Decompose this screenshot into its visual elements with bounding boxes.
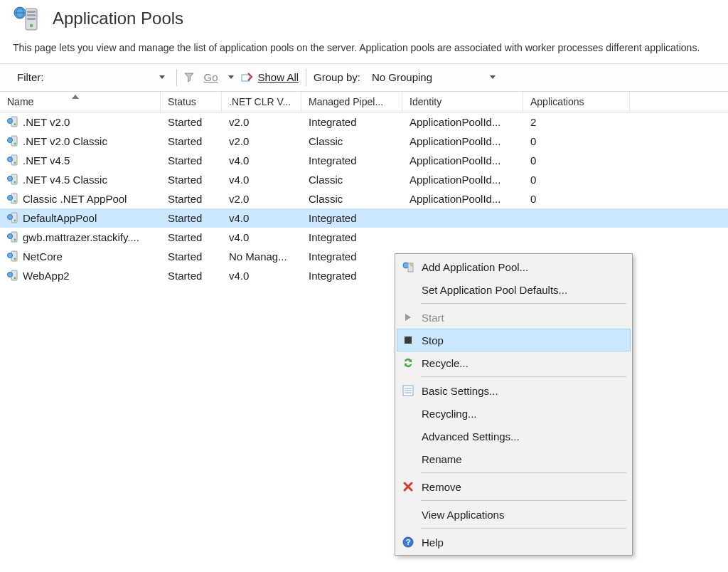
toolbar-separator [306,69,306,86]
svg-point-25 [8,215,13,220]
cell-clr: v4.0 [222,153,301,168]
menu-item[interactable]: Rename [397,447,631,470]
col-header-clr[interactable]: .NET CLR V... [222,92,301,112]
menu-item[interactable]: Remove [397,475,631,498]
cell-clr: v2.0 [222,134,301,149]
app-pool-icon [7,174,18,185]
group-by-label: Group by: [314,71,360,83]
table-row[interactable]: .NET v4.5 ClassicStartedv4.0ClassicAppli… [0,170,728,189]
cell-status: Started [161,230,222,245]
cell-pipeline: Classic [301,172,402,187]
stop-icon [402,334,414,346]
cell-applications: 0 [523,153,630,168]
cell-identity: ApplicationPoolId... [402,134,523,149]
grouping-select[interactable]: No Grouping [369,70,483,85]
cell-name: WebApp2 [23,270,70,282]
cell-applications: 0 [523,172,630,187]
cell-identity [402,235,523,238]
col-header-name[interactable]: Name [0,92,161,112]
funnel-icon [184,72,196,83]
menu-item[interactable]: Set Application Pool Defaults... [397,278,631,301]
menu-item[interactable]: Advanced Settings... [397,425,631,447]
toolbar-separator [176,69,177,86]
menu-item-label: Stop [422,334,444,346]
cell-pipeline: Integrated [301,153,402,168]
page-title: Application Pools [53,9,183,28]
cell-clr: v2.0 [222,191,301,206]
menu-item[interactable]: Recycling... [397,402,631,425]
grouping-dropdown-icon[interactable] [490,75,496,79]
menu-item[interactable]: Stop [397,329,631,351]
svg-point-11 [14,124,16,126]
blank-icon [402,452,414,465]
svg-point-7 [30,24,33,27]
cell-name: .NET v4.5 [23,154,70,166]
cell-name: NetCore [23,250,63,263]
svg-point-17 [14,162,16,164]
filter-input[interactable] [53,69,152,86]
svg-point-31 [8,253,13,258]
cell-name: .NET v4.5 Classic [23,174,107,186]
svg-point-19 [8,176,13,181]
table-row[interactable]: Classic .NET AppPoolStartedv2.0ClassicAp… [0,189,728,208]
menu-item[interactable]: ?Help [397,531,631,554]
menu-item[interactable]: View Applications [397,503,631,526]
menu-separator [421,303,626,304]
cell-status: Started [161,115,222,129]
filter-label: Filter: [17,71,44,83]
menu-item-label: Help [422,536,444,549]
app-pool-icon [7,135,18,147]
menu-item[interactable]: Basic Settings... [397,379,631,402]
menu-item-label: Rename [422,453,462,465]
table-row[interactable]: .NET v4.5Startedv4.0IntegratedApplicatio… [0,151,728,170]
col-header-applications[interactable]: Applications [523,92,630,112]
cell-status: Started [161,268,222,283]
col-header-pipeline[interactable]: Managed Pipel... [301,92,402,112]
add-pool-icon [402,260,414,273]
table-row[interactable]: .NET v2.0Startedv2.0IntegratedApplicatio… [0,112,728,132]
cell-clr: v4.0 [222,172,301,187]
menu-item-label: Start [422,312,444,324]
show-all-button[interactable]: Show All [258,71,299,83]
app-pool-icon [7,231,18,243]
col-header-status[interactable]: Status [161,92,222,112]
menu-item[interactable]: Add Application Pool... [397,255,631,278]
menu-item-label: Remove [422,481,461,493]
menu-item[interactable]: Recycle... [397,351,631,374]
app-pool-icon [7,270,18,281]
svg-point-23 [14,201,16,203]
cell-status: Started [161,249,222,264]
page-header: Application Pools [0,0,728,38]
cell-identity: ApplicationPoolId... [402,115,523,129]
svg-point-20 [14,181,16,184]
filter-dropdown-icon[interactable] [159,75,165,79]
cell-pipeline: Classic [301,134,402,149]
cell-clr: No Manag... [222,249,301,264]
table-row[interactable]: gwb.mattrazer.stackify....Startedv4.0Int… [0,228,728,247]
table-row[interactable]: DefaultAppPoolStartedv4.0Integrated [0,208,728,228]
blank-icon [402,508,414,521]
cell-identity [402,216,523,219]
cell-clr: v4.0 [222,230,301,245]
menu-separator [421,376,626,377]
col-header-identity[interactable]: Identity [402,92,523,112]
svg-point-29 [14,239,16,241]
remove-icon [402,480,414,493]
app-pool-icon [7,116,18,127]
svg-point-35 [14,277,16,280]
svg-point-10 [8,119,13,124]
svg-rect-4 [27,11,36,13]
cell-clr: v4.0 [222,211,301,226]
cell-status: Started [161,211,222,226]
cell-pipeline: Integrated [301,211,402,226]
cell-status: Started [161,153,222,168]
menu-item-label: Set Application Pool Defaults... [422,284,567,296]
svg-rect-6 [27,18,36,20]
context-menu: Add Application Pool...Set Application P… [395,253,633,556]
svg-point-14 [14,143,16,145]
go-button[interactable]: Go [201,71,221,83]
svg-point-28 [8,234,13,239]
table-row[interactable]: .NET v2.0 ClassicStartedv2.0ClassicAppli… [0,132,728,151]
go-dropdown-icon[interactable] [228,75,234,79]
menu-separator [421,500,626,501]
